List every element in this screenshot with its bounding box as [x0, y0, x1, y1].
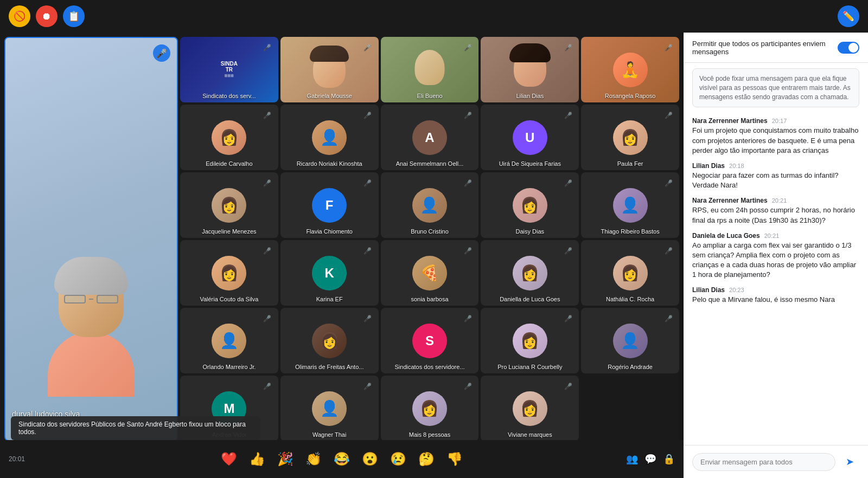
- message-text: Pelo que a Mirvane falou, é isso mesmo N…: [692, 295, 859, 305]
- chat-message: Daniela de Luca Goes 20:21 Ao ampliar a …: [692, 232, 859, 280]
- message-header: Lilian Dias 20:18: [692, 162, 859, 170]
- participant-tile: 👤 🎤 Bruno Cristino: [381, 172, 479, 238]
- participant-name: Paula Fer: [585, 160, 675, 167]
- participant-tile: 👩 🎤 Valéria Couto da Silva: [180, 240, 278, 306]
- bottom-right-controls: 👥 💬 🔒: [626, 453, 675, 465]
- emoji-clap-button[interactable]: 👏: [303, 448, 324, 470]
- emoji-heart-button[interactable]: ❤️: [218, 448, 240, 470]
- participant-name: Jacqueline Menezes: [184, 228, 274, 235]
- participant-mic-icon: 🎤: [662, 41, 675, 54]
- participant-mic-icon: 🎤: [561, 312, 575, 325]
- participant-name: Edileide Carvalho: [184, 160, 274, 167]
- message-sender: Nara Zerrenner Martines: [692, 197, 768, 204]
- participant-name: sonia barbosa: [385, 296, 475, 302]
- emoji-laugh-button[interactable]: 😂: [331, 448, 353, 470]
- message-text: Foi um projeto que conquistamos com muit…: [692, 126, 859, 156]
- chat-message-input[interactable]: [692, 453, 835, 471]
- participant-avatar: U: [513, 120, 547, 155]
- meeting-time: 20:01: [9, 455, 25, 463]
- participant-tile: 👩 🎤 Daniella de Luca Goes: [481, 240, 579, 306]
- participant-name: Sindicato dos serv...: [184, 93, 274, 99]
- participant-tile: U 🎤 Uirá De Siqueira Farias: [481, 105, 579, 170]
- participant-name: Uirá De Siqueira Farias: [485, 160, 575, 167]
- notification-text: Sindicato dos servidores Públicos de San…: [18, 421, 246, 436]
- emoji-wow-button[interactable]: 😮: [359, 448, 381, 470]
- message-sender: Daniela de Luca Goes: [692, 232, 760, 240]
- chat-settings: Permitir que todos os participantes envi…: [684, 33, 868, 63]
- participant-tile: 👤 🎤 Wagner Thai: [280, 376, 379, 441]
- participant-mic-icon: 🎤: [561, 380, 575, 393]
- participant-name: Eli Bueno: [385, 93, 475, 99]
- participant-name: Ricardo Noriaki Kinoshta: [285, 160, 374, 167]
- edit-button[interactable]: ✏️: [838, 5, 859, 27]
- chat-pin-notice: Você pode fixar uma mensagem para que el…: [692, 68, 859, 107]
- participant-mic-icon: 🎤: [461, 177, 474, 190]
- participant-name: Daniella de Luca Goes: [485, 296, 575, 302]
- participant-name: Rogério Andrade: [585, 364, 675, 370]
- participant-tile: 🎤 Gabriela Mousse: [280, 37, 379, 102]
- message-header: Nara Zerrenner Martines 20:21: [692, 197, 859, 204]
- participant-mic-icon: 🎤: [461, 312, 474, 325]
- participant-mic-icon: 🎤: [561, 41, 575, 54]
- message-time: 20:21: [764, 232, 780, 239]
- bottom-controls: 20:01 ❤️ 👍 🎉 👏 😂 😮 😢 🤔 👎 👥 💬 🔒: [0, 440, 684, 478]
- send-icon: ➤: [846, 456, 854, 468]
- people-icon[interactable]: 👥: [626, 453, 638, 465]
- participant-tile: 👩 🎤 Edileide Carvalho: [180, 105, 278, 170]
- participant-name: Wagner Thai: [285, 431, 374, 438]
- participant-name: Viviane marques: [485, 431, 575, 438]
- lock-icon[interactable]: 🔒: [663, 453, 675, 465]
- participant-mic-icon: 🎤: [261, 177, 274, 190]
- emoji-thumbsup-button[interactable]: 👍: [246, 448, 268, 470]
- participant-tile: 👩 🎤 Pro Luciana R Courbelly: [481, 308, 579, 373]
- emoji-think-button[interactable]: 🤔: [416, 448, 437, 470]
- participant-mic-icon: 🎤: [461, 380, 474, 393]
- record-button[interactable]: ⏺: [36, 5, 58, 27]
- participant-mic-icon: 🎤: [261, 109, 274, 122]
- chat-send-button[interactable]: ➤: [840, 452, 859, 471]
- emoji-party-button[interactable]: 🎉: [275, 448, 296, 470]
- message-text: RPS, eu com 24h posso cumprir 2 horas, n…: [692, 205, 859, 225]
- message-header: Daniela de Luca Goes 20:21: [692, 232, 859, 240]
- chat-panel: Mensagens na chamada ✕ Permitir que todo…: [684, 0, 868, 478]
- participant-tile: 👤 🎤 Orlando Marreiro Jr.: [180, 308, 278, 373]
- message-sender: Lilian Dias: [692, 162, 725, 170]
- participant-mic-icon: 🎤: [361, 312, 374, 325]
- emoji-sad-button[interactable]: 😢: [387, 448, 409, 470]
- participant-mic-icon: 🎤: [361, 244, 374, 257]
- participant-avatar: A: [412, 120, 447, 155]
- participant-avatar: K: [312, 256, 347, 290]
- participant-mic-icon: 🎤: [461, 244, 474, 257]
- emoji-thumbsdown-button[interactable]: 👎: [444, 448, 465, 470]
- participant-mic-icon: 🎤: [261, 380, 274, 393]
- participant-name: Valéria Couto da Silva: [184, 296, 274, 302]
- caption-icon[interactable]: 💬: [644, 453, 656, 465]
- notes-button[interactable]: 📋: [63, 5, 85, 27]
- participant-mic-icon: 🎤: [561, 244, 575, 257]
- participant-mic-icon: 🎤: [461, 41, 474, 54]
- video-grid-area: 🎤 durval ludovico silva SINDATR≡≡≡ 🎤 Sin…: [4, 37, 679, 441]
- participant-name: Mais 8 pessoas: [385, 431, 475, 438]
- message-time: 20:21: [772, 197, 787, 204]
- participant-name: Flavia Chiomento: [285, 228, 374, 235]
- participant-tile: S 🎤 Sindicatos dos servidore...: [381, 308, 479, 373]
- record-stop-button[interactable]: 🚫: [9, 5, 30, 27]
- participant-tile: 👩 🎤 Nathália C. Rocha: [581, 240, 679, 306]
- notes-icon: 📋: [68, 10, 80, 22]
- allow-messages-toggle[interactable]: [838, 42, 859, 54]
- participant-tile: 👩 🎤 Jacqueline Menezes: [180, 172, 278, 238]
- edit-icon: ✏️: [843, 10, 854, 22]
- participant-name: Gabriela Mousse: [285, 93, 374, 99]
- participant-tile: 👤 🎤 Rogério Andrade: [581, 308, 679, 373]
- participant-name: Olimaris de Freitas Anto...: [285, 364, 374, 370]
- participant-tile: 👩 🎤 Paula Fer: [581, 105, 679, 170]
- message-sender: Nara Zerrenner Martines: [692, 117, 768, 125]
- participant-tile: 🎤 Lilian Dias: [481, 37, 579, 102]
- chat-message: Nara Zerrenner Martines 20:21 RPS, eu co…: [692, 197, 859, 225]
- participant-tile: 👤 🎤 Thiago Ribeiro Bastos: [581, 172, 679, 238]
- participant-name: Thiago Ribeiro Bastos: [585, 228, 675, 235]
- participant-mic-icon: 🎤: [662, 244, 675, 257]
- participants-grid: SINDATR≡≡≡ 🎤 Sindicato dos serv... 🎤 Gab…: [180, 37, 679, 441]
- participant-mic-icon: 🎤: [561, 109, 575, 122]
- record-icon: ⏺: [42, 11, 52, 22]
